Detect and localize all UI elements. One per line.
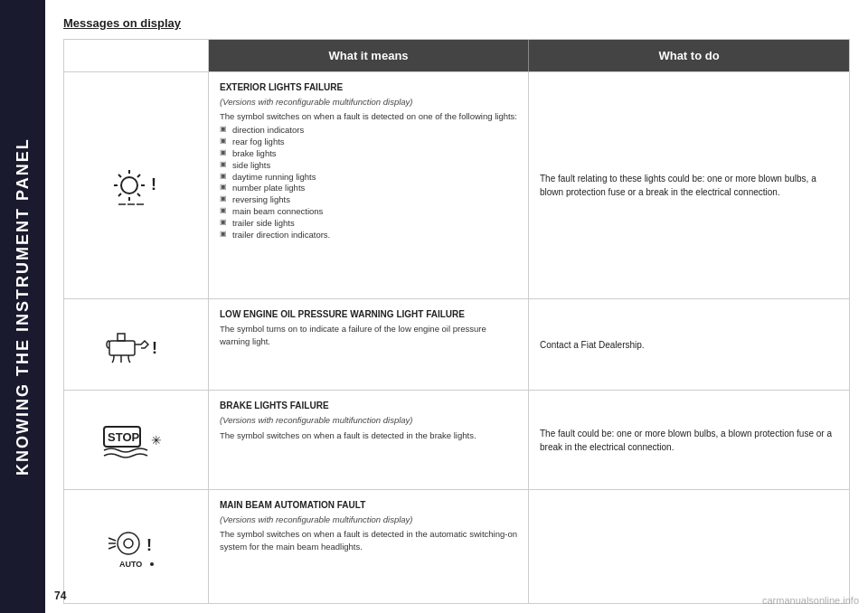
main-content: Messages on display What it means What t… bbox=[45, 0, 868, 613]
svg-text:!: ! bbox=[152, 339, 157, 357]
svg-line-5 bbox=[118, 174, 121, 177]
brake-means-cell: BRAKE LIGHTS FAILURE (Versions with reco… bbox=[209, 391, 529, 488]
svg-point-20 bbox=[124, 539, 133, 548]
list-item: number plate lights bbox=[220, 183, 517, 194]
row4-subtitle: (Versions with reconfigurable multifunct… bbox=[220, 514, 517, 525]
row2-body: The symbol turns on to indicate a failur… bbox=[220, 324, 486, 346]
brake-icon-cell: STOP ✳ bbox=[64, 391, 209, 488]
row4-title: MAIN BEAM AUTOMATION FAULT bbox=[220, 499, 517, 512]
row1-title: EXTERIOR LIGHTS FAILURE bbox=[220, 81, 517, 94]
header-what-it-means: What it means bbox=[209, 40, 529, 72]
svg-text:AUTO: AUTO bbox=[119, 560, 142, 569]
page-container: KNOWING THE INSTRUMENT PANEL Messages on… bbox=[0, 0, 868, 613]
table-header: What it means What to do bbox=[64, 40, 849, 72]
svg-text:✳: ✳ bbox=[151, 433, 162, 448]
brake-todo-cell: The fault could be: one or more blown bu… bbox=[529, 391, 849, 488]
row2-todo-text: Contact a Fiat Dealership. bbox=[540, 338, 645, 352]
exterior-lights-todo-cell: The fault relating to these lights could… bbox=[529, 72, 849, 298]
header-empty-cell bbox=[64, 40, 209, 72]
row3-body: The symbol switches on when a fault is d… bbox=[220, 430, 476, 440]
brake-lights-failure-icon: STOP ✳ bbox=[100, 420, 173, 460]
row3-title: BRAKE LIGHTS FAILURE bbox=[220, 400, 517, 412]
table-body: ! EXTERIOR LIGHTS FAILURE (Versions with… bbox=[64, 72, 849, 603]
svg-point-0 bbox=[121, 177, 137, 193]
list-item: rear fog lights bbox=[220, 137, 517, 148]
list-item: direction indicators bbox=[220, 125, 517, 137]
row2-title: LOW ENGINE OIL PRESSURE WARNING LIGHT FA… bbox=[220, 308, 517, 321]
oil-pressure-warning-icon: ! bbox=[105, 325, 168, 365]
side-panel-label: KNOWING THE INSTRUMENT PANEL bbox=[0, 0, 45, 613]
list-item: trailer direction indicators. bbox=[220, 230, 517, 241]
svg-text:!: ! bbox=[146, 536, 152, 554]
list-item: side lights bbox=[220, 160, 517, 172]
row1-subtitle: (Versions with reconfigurable multifunct… bbox=[220, 96, 517, 108]
page-title: Messages on display bbox=[63, 16, 850, 30]
row3-subtitle: (Versions with reconfigurable multifunct… bbox=[220, 414, 517, 426]
row1-bullet-list: direction indicators rear fog lights bra… bbox=[220, 125, 517, 240]
exterior-lights-means-cell: EXTERIOR LIGHTS FAILURE (Versions with r… bbox=[209, 72, 529, 298]
main-beam-auto-fault-icon: ! AUTO bbox=[107, 522, 165, 571]
list-item: daytime running lights bbox=[220, 172, 517, 184]
svg-point-26 bbox=[150, 562, 154, 566]
svg-text:!: ! bbox=[151, 175, 156, 193]
table-row: STOP ✳ BRAKE LIGHTS FAILURE (Versions wi… bbox=[64, 391, 849, 489]
main-beam-icon-cell: ! AUTO bbox=[64, 490, 209, 603]
list-item: brake lights bbox=[220, 148, 517, 160]
svg-line-8 bbox=[137, 174, 140, 177]
svg-rect-13 bbox=[109, 341, 135, 355]
list-item: reversing lights bbox=[220, 194, 517, 206]
svg-text:STOP: STOP bbox=[108, 430, 139, 444]
row1-body: The symbol switches on when a fault is d… bbox=[220, 111, 517, 121]
main-beam-means-cell: MAIN BEAM AUTOMATION FAULT (Versions wit… bbox=[209, 490, 529, 603]
table-row: ! LOW ENGINE OIL PRESSURE WARNING LIGHT … bbox=[64, 299, 849, 391]
row4-body: The symbol switches on when a fault is d… bbox=[220, 529, 517, 552]
list-item: trailer side lights bbox=[220, 218, 517, 230]
svg-line-7 bbox=[118, 193, 121, 196]
page-number: 74 bbox=[54, 589, 66, 602]
row3-todo-text: The fault could be: one or more blown bu… bbox=[540, 427, 838, 454]
svg-rect-14 bbox=[118, 334, 125, 341]
svg-line-6 bbox=[137, 193, 140, 196]
table-row: ! EXTERIOR LIGHTS FAILURE (Versions with… bbox=[64, 72, 849, 299]
header-what-to-do: What to do bbox=[529, 40, 849, 72]
oil-pressure-icon-cell: ! bbox=[64, 299, 209, 390]
oil-pressure-means-cell: LOW ENGINE OIL PRESSURE WARNING LIGHT FA… bbox=[209, 299, 529, 390]
svg-line-23 bbox=[108, 546, 116, 549]
list-item: main beam connections bbox=[220, 206, 517, 218]
exterior-light-icon-cell: ! bbox=[64, 72, 209, 298]
exterior-light-failure-icon: ! bbox=[109, 161, 164, 211]
oil-pressure-todo-cell: Contact a Fiat Dealership. bbox=[529, 299, 849, 390]
svg-point-19 bbox=[118, 533, 139, 554]
svg-line-21 bbox=[108, 538, 116, 541]
table-row: ! AUTO MAIN BEAM AUTOMATION FAULT (Versi… bbox=[64, 490, 849, 603]
row1-todo-text: The fault relating to these lights could… bbox=[540, 172, 838, 199]
watermark: carmanualsonline.info bbox=[762, 595, 859, 606]
main-beam-todo-cell bbox=[529, 490, 849, 603]
messages-table: What it means What to do bbox=[63, 39, 850, 604]
